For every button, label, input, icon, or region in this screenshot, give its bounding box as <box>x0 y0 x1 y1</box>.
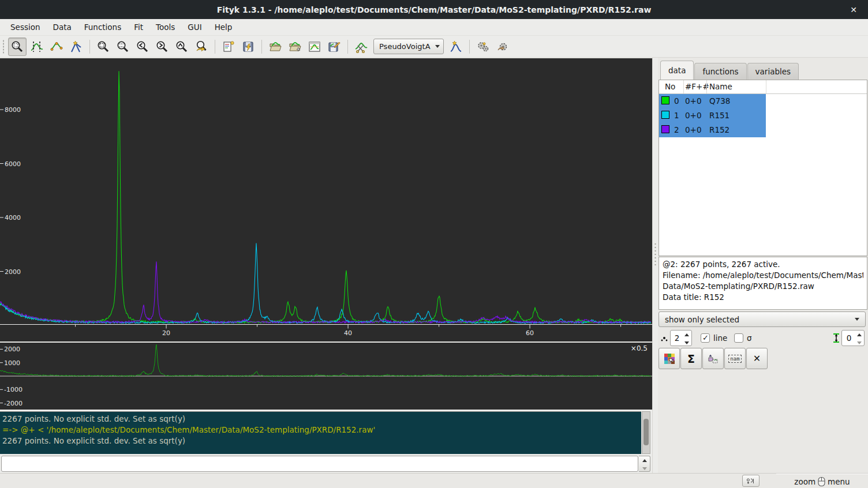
toolbar-grip[interactable] <box>1 39 6 54</box>
menu-tools[interactable]: Tools <box>150 20 181 34</box>
point-size-spinner[interactable]: 2 <box>670 330 692 346</box>
shift-value: 0 <box>842 333 856 343</box>
toolbar-separator <box>261 40 262 54</box>
open-data-button[interactable] <box>266 37 285 56</box>
point-size-value: 2 <box>671 333 683 343</box>
show-mode-dropdown[interactable]: show only selected <box>659 311 866 327</box>
zoom-left-button[interactable] <box>133 37 152 56</box>
table-row[interactable]: 1 0+0 R151 <box>659 108 867 123</box>
menu-fit[interactable]: Fit <box>128 20 149 34</box>
aux-plot-canvas[interactable]: 20001000-1000-2000×0.5 <box>0 343 652 410</box>
background-mode-button[interactable] <box>47 37 66 56</box>
data-range-mode-button[interactable] <box>28 37 46 56</box>
add-peak-mode-button[interactable] <box>67 37 85 56</box>
info-line: @2: 2267 points, 2267 active. <box>663 259 863 270</box>
svg-text:4000: 4000 <box>5 214 21 222</box>
zoom-up-button[interactable] <box>173 37 191 56</box>
svg-text:6000: 6000 <box>5 160 21 168</box>
tab-variables[interactable]: variables <box>747 63 799 80</box>
script-icon <box>222 40 235 54</box>
undo-fit-button[interactable] <box>493 37 512 56</box>
mouse-config-icon <box>746 478 755 485</box>
svg-text:40: 40 <box>344 329 352 337</box>
scrollbar-thumb[interactable] <box>643 419 649 445</box>
dataset-color-swatch[interactable] <box>661 96 669 104</box>
chevron-down-icon <box>855 318 859 321</box>
main-plot[interactable]: 2000400060008000204060 <box>0 58 652 341</box>
chevron-down-icon <box>435 45 440 48</box>
dataset-color-swatch[interactable] <box>661 111 669 119</box>
svg-text:2000: 2000 <box>4 346 20 353</box>
magnifier-icon <box>10 40 24 54</box>
data-range-icon <box>30 40 44 54</box>
line-checkbox-label[interactable]: line <box>713 333 727 343</box>
title-bar[interactable]: Fityk 1.3.1 - /home/aleplo/test/Document… <box>0 0 868 19</box>
sigma-checkbox[interactable] <box>734 333 743 343</box>
copy-function-button[interactable] <box>702 348 724 369</box>
mouse-hint-field: zoom menu <box>776 474 868 488</box>
menu-session[interactable]: Session <box>5 20 46 34</box>
svg-text:-1000: -1000 <box>4 386 23 393</box>
colors-button[interactable] <box>659 348 680 369</box>
close-icon[interactable]: ✕ <box>847 3 860 16</box>
output-console: 2267 points. No explicit std. dev. Set a… <box>0 411 641 454</box>
toolbar-separator <box>89 40 90 54</box>
delete-dataset-button[interactable]: ✕ <box>746 348 768 369</box>
panel-splitter[interactable] <box>652 58 658 473</box>
zoom-vertical-button[interactable] <box>114 37 132 56</box>
col-header-f[interactable]: #F+# <box>685 82 709 91</box>
zoom-right-button[interactable] <box>153 37 171 56</box>
shift-spinner[interactable]: 0 <box>841 330 865 346</box>
auto-add-peak-button[interactable] <box>447 37 465 56</box>
aux-plot[interactable]: 20001000-1000-2000×0.5 <box>0 341 652 410</box>
console-scrollbar[interactable] <box>642 411 650 454</box>
append-data-button[interactable] <box>286 37 304 56</box>
table-row[interactable]: 2 0+0 R152 <box>659 123 867 137</box>
dataset-no: 1 <box>674 111 679 120</box>
dataset-fcount: 0+0 <box>685 125 702 134</box>
auto-add-peak-icon <box>449 40 463 54</box>
command-input-area <box>1 456 650 472</box>
zoom-mode-button[interactable] <box>8 37 27 56</box>
undo-zoom-icon <box>194 40 208 54</box>
table-header[interactable]: No #F+# Name <box>659 80 867 94</box>
line-checkbox[interactable]: ✓ <box>701 333 710 343</box>
tab-functions[interactable]: functions <box>694 63 746 80</box>
command-input[interactable] <box>1 456 638 472</box>
zoom-all-button[interactable] <box>94 37 113 56</box>
strip-background-button[interactable] <box>352 37 371 56</box>
data-editor-button[interactable] <box>305 37 324 56</box>
menu-help[interactable]: Help <box>209 20 238 34</box>
sum-button[interactable]: Σ <box>680 348 702 369</box>
dataset-no: 2 <box>674 125 679 134</box>
spin-up-icon[interactable] <box>639 456 650 464</box>
spin-down-icon[interactable] <box>639 464 650 472</box>
command-history-spinner[interactable] <box>639 456 650 472</box>
undo-zoom-button[interactable] <box>192 37 211 56</box>
col-header-name[interactable]: Name <box>709 82 732 91</box>
main-plot-canvas[interactable]: 2000400060008000204060 <box>0 58 652 341</box>
rename-button[interactable]: nam <box>724 348 746 369</box>
rename-icon: nam <box>728 355 741 363</box>
table-row[interactable]: 0 0+0 Q738 <box>659 94 867 108</box>
mouse-config-button[interactable] <box>742 475 760 487</box>
menu-gui[interactable]: GUI <box>182 20 207 34</box>
zoom-up-icon <box>175 40 189 54</box>
svg-text:8000: 8000 <box>5 106 21 114</box>
mouse-icon <box>817 476 826 487</box>
col-header-no[interactable]: No <box>665 82 675 91</box>
menu-functions[interactable]: Functions <box>78 20 127 34</box>
run-fit-button[interactable] <box>474 37 492 56</box>
sigma-checkbox-label[interactable]: σ <box>747 333 752 343</box>
dataset-fcount: 0+0 <box>685 96 702 106</box>
edit-script-button[interactable] <box>219 37 238 56</box>
console-line: 2267 points. No explicit std. dev. Set a… <box>2 436 639 446</box>
tab-data[interactable]: data <box>660 61 694 80</box>
info-line: Data title: R152 <box>663 292 863 303</box>
save-data-button[interactable] <box>325 37 343 56</box>
dataset-color-swatch[interactable] <box>661 125 669 133</box>
save-session-button[interactable] <box>239 37 257 56</box>
menu-data[interactable]: Data <box>47 20 77 34</box>
dataset-no: 0 <box>674 96 679 106</box>
function-type-combobox[interactable]: PseudoVoigtA <box>373 39 444 54</box>
